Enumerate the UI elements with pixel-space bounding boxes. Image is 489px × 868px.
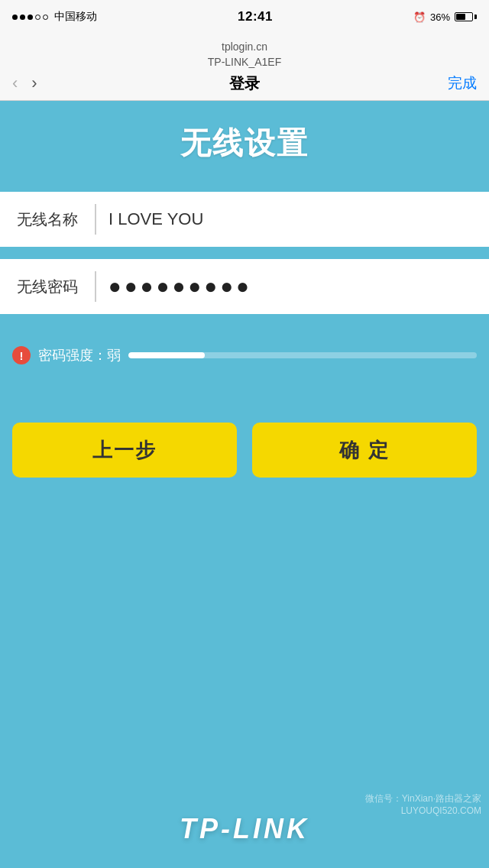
page-header-title: 无线设置 [15, 122, 474, 164]
spacer [0, 377, 489, 423]
password-value[interactable]: ●●●●●●●●● [108, 274, 489, 299]
main-content: 无线设置 无线名称 I LOVE YOU 无线密码 ●●●●●●●●● ! 密码… [0, 101, 489, 478]
battery-fill [456, 14, 465, 20]
back-button[interactable]: 上一步 [12, 423, 237, 478]
signal-dot-4 [35, 15, 40, 20]
watermark-line2: LUYOUQI520.COM [365, 805, 481, 816]
signal-dot-1 [12, 15, 18, 20]
password-divider [95, 271, 96, 302]
nav-page-title: 登录 [229, 73, 260, 94]
password-row: 无线密码 ●●●●●●●●● [0, 259, 489, 314]
signal-dot-2 [20, 15, 25, 20]
status-bar: 中国移动 12:41 ⏰ 36% [0, 0, 489, 34]
strength-label: 密码强度：弱 [38, 346, 121, 364]
nav-bar: tplogin.cn TP-LINK_A1EF ‹ › 登录 完成 [0, 34, 489, 101]
status-left: 中国移动 [12, 10, 97, 24]
ssid-row: 无线名称 I LOVE YOU [0, 192, 489, 247]
status-right: ⏰ 36% [413, 11, 477, 23]
buttons-row: 上一步 确 定 [0, 423, 489, 478]
battery-icon [455, 12, 477, 21]
strength-warning-icon: ! [12, 346, 31, 364]
alarm-icon: ⏰ [413, 11, 426, 23]
strength-icon-label: ! [20, 349, 24, 362]
back-arrow[interactable]: ‹ [12, 75, 18, 92]
strength-bar-fill [128, 352, 205, 358]
strength-bar-container [128, 352, 477, 358]
time-display: 12:41 [238, 9, 273, 24]
ssid-divider [95, 204, 96, 235]
nav-title-line: ‹ › 登录 完成 [0, 73, 489, 94]
battery-body [455, 12, 473, 21]
battery-tip [474, 15, 477, 19]
strength-row: ! 密码强度：弱 [0, 338, 489, 377]
watermark: 微信号：YinXian·路由器之家 LUYOUQI520.COM [365, 792, 481, 816]
password-label: 无线密码 [0, 277, 95, 297]
form-section: 无线名称 I LOVE YOU 无线密码 ●●●●●●●●● [0, 192, 489, 338]
tp-link-logo: TP-LINK [180, 813, 309, 845]
battery-percent: 36% [430, 11, 450, 23]
ssid-label: 无线名称 [0, 209, 95, 230]
nav-url-line1: tplogin.cn [222, 40, 267, 55]
signal-dot-5 [43, 15, 48, 20]
watermark-line1: 微信号：YinXian·路由器之家 [365, 792, 481, 805]
signal-dots [12, 15, 48, 20]
done-button[interactable]: 完成 [448, 73, 477, 93]
page-header: 无线设置 [0, 101, 489, 192]
carrier-label: 中国移动 [54, 10, 97, 24]
signal-dot-3 [28, 15, 33, 20]
nav-url-line2: TP-LINK_A1EF [208, 55, 281, 70]
ssid-value[interactable]: I LOVE YOU [108, 209, 489, 229]
forward-arrow[interactable]: › [31, 75, 37, 92]
nav-back-forward: ‹ › [12, 75, 37, 92]
confirm-button[interactable]: 确 定 [252, 423, 477, 478]
tp-link-footer: TP-LINK [0, 813, 489, 845]
